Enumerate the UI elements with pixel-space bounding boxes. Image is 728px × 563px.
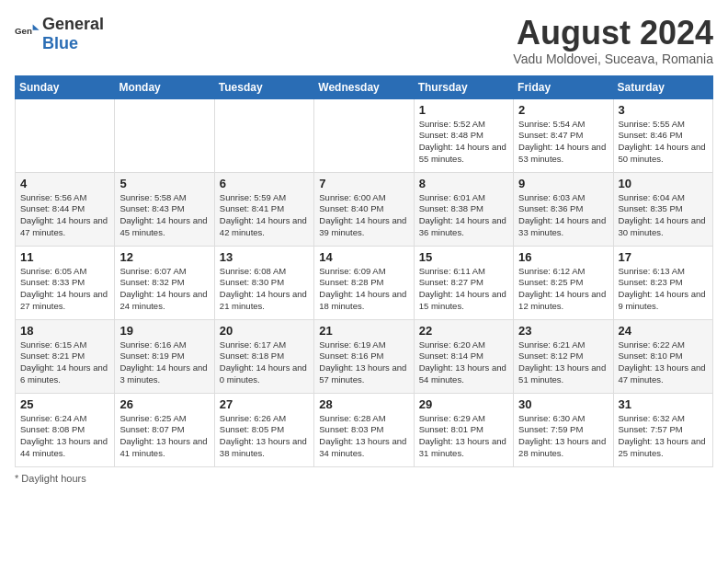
day-detail: Sunrise: 6:09 AM Sunset: 8:28 PM Dayligh… — [319, 266, 408, 313]
day-detail: Sunrise: 6:26 AM Sunset: 8:05 PM Dayligh… — [220, 413, 309, 460]
calendar-table: SundayMondayTuesdayWednesdayThursdayFrid… — [15, 75, 713, 467]
day-detail: Sunrise: 5:54 AM Sunset: 8:47 PM Dayligh… — [518, 119, 608, 166]
day-detail: Sunrise: 6:22 AM Sunset: 8:10 PM Dayligh… — [619, 339, 708, 386]
day-detail: Sunrise: 6:25 AM Sunset: 8:07 PM Dayligh… — [119, 413, 209, 460]
calendar-week-row: 4Sunrise: 5:56 AM Sunset: 8:44 PM Daylig… — [16, 172, 713, 246]
daylight-label: Daylight hours — [21, 473, 85, 484]
day-number: 28 — [319, 397, 408, 411]
calendar-day-header: Monday — [115, 75, 214, 98]
svg-text:Gen: Gen — [15, 26, 32, 36]
day-detail: Sunrise: 6:12 AM Sunset: 8:25 PM Dayligh… — [518, 266, 608, 313]
calendar-cell: 22Sunrise: 6:20 AM Sunset: 8:14 PM Dayli… — [414, 319, 513, 393]
calendar-cell: 27Sunrise: 6:26 AM Sunset: 8:05 PM Dayli… — [214, 393, 313, 466]
calendar-cell — [314, 98, 414, 172]
calendar-cell: 14Sunrise: 6:09 AM Sunset: 8:28 PM Dayli… — [314, 246, 414, 319]
svg-marker-1 — [33, 25, 40, 30]
calendar-cell: 16Sunrise: 6:12 AM Sunset: 8:25 PM Dayli… — [514, 246, 613, 319]
calendar-day-header: Wednesday — [314, 75, 414, 98]
day-number: 30 — [518, 397, 608, 411]
day-detail: Sunrise: 6:16 AM Sunset: 8:19 PM Dayligh… — [119, 339, 209, 386]
day-number: 24 — [619, 324, 708, 338]
calendar-day-header: Sunday — [16, 75, 115, 98]
calendar-cell: 31Sunrise: 6:32 AM Sunset: 7:57 PM Dayli… — [613, 393, 712, 466]
calendar-cell: 4Sunrise: 5:56 AM Sunset: 8:44 PM Daylig… — [16, 172, 115, 246]
day-detail: Sunrise: 6:21 AM Sunset: 8:12 PM Dayligh… — [518, 339, 608, 386]
day-number: 22 — [419, 324, 508, 338]
day-number: 17 — [619, 250, 708, 264]
day-number: 19 — [119, 324, 209, 338]
calendar-cell: 12Sunrise: 6:07 AM Sunset: 8:32 PM Dayli… — [115, 246, 214, 319]
day-detail: Sunrise: 6:11 AM Sunset: 8:27 PM Dayligh… — [419, 266, 508, 313]
calendar-header-row: SundayMondayTuesdayWednesdayThursdayFrid… — [16, 75, 713, 98]
calendar-body: 1Sunrise: 5:52 AM Sunset: 8:48 PM Daylig… — [16, 98, 713, 466]
day-number: 8 — [419, 177, 508, 190]
calendar-cell: 13Sunrise: 6:08 AM Sunset: 8:30 PM Dayli… — [214, 246, 313, 319]
calendar-cell: 7Sunrise: 6:00 AM Sunset: 8:40 PM Daylig… — [314, 172, 414, 246]
page-header: Gen General Blue August 2024 Vadu Moldov… — [15, 15, 713, 66]
calendar-cell: 18Sunrise: 6:15 AM Sunset: 8:21 PM Dayli… — [16, 319, 115, 393]
day-detail: Sunrise: 6:20 AM Sunset: 8:14 PM Dayligh… — [419, 339, 508, 386]
day-detail: Sunrise: 6:03 AM Sunset: 8:36 PM Dayligh… — [518, 192, 608, 239]
calendar-cell: 28Sunrise: 6:28 AM Sunset: 8:03 PM Dayli… — [314, 393, 414, 466]
day-number: 25 — [20, 397, 109, 411]
day-number: 4 — [20, 177, 109, 190]
calendar-cell: 24Sunrise: 6:22 AM Sunset: 8:10 PM Dayli… — [613, 319, 712, 393]
calendar-day-header: Friday — [514, 75, 613, 98]
day-detail: Sunrise: 5:52 AM Sunset: 8:48 PM Dayligh… — [419, 119, 508, 166]
day-detail: Sunrise: 5:55 AM Sunset: 8:46 PM Dayligh… — [619, 119, 708, 166]
location: Vadu Moldovei, Suceava, Romania — [513, 52, 713, 66]
day-number: 7 — [319, 177, 408, 190]
calendar-cell: 23Sunrise: 6:21 AM Sunset: 8:12 PM Dayli… — [514, 319, 613, 393]
day-number: 20 — [220, 324, 309, 338]
calendar-cell: 3Sunrise: 5:55 AM Sunset: 8:46 PM Daylig… — [613, 98, 712, 172]
day-number: 23 — [518, 324, 608, 338]
calendar-cell: 25Sunrise: 6:24 AM Sunset: 8:08 PM Dayli… — [16, 393, 115, 466]
calendar-cell: 30Sunrise: 6:30 AM Sunset: 7:59 PM Dayli… — [514, 393, 613, 466]
day-detail: Sunrise: 5:56 AM Sunset: 8:44 PM Dayligh… — [20, 192, 109, 239]
day-detail: Sunrise: 6:24 AM Sunset: 8:08 PM Dayligh… — [20, 413, 109, 460]
calendar-week-row: 11Sunrise: 6:05 AM Sunset: 8:33 PM Dayli… — [16, 246, 713, 319]
title-block: August 2024 Vadu Moldovei, Suceava, Roma… — [513, 15, 713, 66]
day-number: 2 — [518, 103, 608, 117]
day-detail: Sunrise: 6:32 AM Sunset: 7:57 PM Dayligh… — [619, 413, 708, 460]
calendar-cell: 11Sunrise: 6:05 AM Sunset: 8:33 PM Dayli… — [16, 246, 115, 319]
calendar-day-header: Thursday — [414, 75, 513, 98]
calendar-cell: 1Sunrise: 5:52 AM Sunset: 8:48 PM Daylig… — [414, 98, 513, 172]
day-number: 6 — [220, 177, 309, 190]
footer-note: * Daylight hours — [15, 473, 713, 484]
day-number: 15 — [419, 250, 508, 264]
calendar-week-row: 25Sunrise: 6:24 AM Sunset: 8:08 PM Dayli… — [16, 393, 713, 466]
day-number: 11 — [20, 250, 109, 264]
day-number: 14 — [319, 250, 408, 264]
calendar-cell: 6Sunrise: 5:59 AM Sunset: 8:41 PM Daylig… — [214, 172, 313, 246]
day-detail: Sunrise: 6:08 AM Sunset: 8:30 PM Dayligh… — [220, 266, 309, 313]
day-number: 3 — [619, 103, 708, 117]
calendar-cell — [115, 98, 214, 172]
day-detail: Sunrise: 6:29 AM Sunset: 8:01 PM Dayligh… — [419, 413, 508, 460]
calendar-cell: 5Sunrise: 5:58 AM Sunset: 8:43 PM Daylig… — [115, 172, 214, 246]
logo-text-blue: Blue — [42, 34, 78, 52]
day-detail: Sunrise: 6:01 AM Sunset: 8:38 PM Dayligh… — [419, 192, 508, 239]
calendar-cell: 26Sunrise: 6:25 AM Sunset: 8:07 PM Dayli… — [115, 393, 214, 466]
calendar-cell — [16, 98, 115, 172]
day-detail: Sunrise: 6:07 AM Sunset: 8:32 PM Dayligh… — [119, 266, 209, 313]
calendar-day-header: Tuesday — [214, 75, 313, 98]
calendar-week-row: 1Sunrise: 5:52 AM Sunset: 8:48 PM Daylig… — [16, 98, 713, 172]
day-detail: Sunrise: 6:17 AM Sunset: 8:18 PM Dayligh… — [220, 339, 309, 386]
day-detail: Sunrise: 6:30 AM Sunset: 7:59 PM Dayligh… — [518, 413, 608, 460]
day-number: 10 — [619, 177, 708, 190]
day-number: 13 — [220, 250, 309, 264]
calendar-cell: 17Sunrise: 6:13 AM Sunset: 8:23 PM Dayli… — [613, 246, 712, 319]
logo-icon: Gen — [15, 21, 40, 47]
calendar-day-header: Saturday — [613, 75, 712, 98]
month-year: August 2024 — [513, 15, 713, 52]
day-detail: Sunrise: 6:13 AM Sunset: 8:23 PM Dayligh… — [619, 266, 708, 313]
day-detail: Sunrise: 6:19 AM Sunset: 8:16 PM Dayligh… — [319, 339, 408, 386]
calendar-cell: 20Sunrise: 6:17 AM Sunset: 8:18 PM Dayli… — [214, 319, 313, 393]
day-number: 5 — [119, 177, 209, 190]
day-number: 12 — [119, 250, 209, 264]
calendar-cell: 21Sunrise: 6:19 AM Sunset: 8:16 PM Dayli… — [314, 319, 414, 393]
day-number: 29 — [419, 397, 508, 411]
calendar-week-row: 18Sunrise: 6:15 AM Sunset: 8:21 PM Dayli… — [16, 319, 713, 393]
logo: Gen General Blue — [15, 15, 104, 53]
